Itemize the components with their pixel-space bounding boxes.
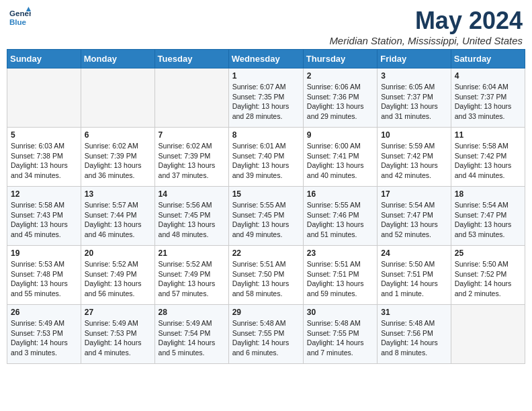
day-number: 22 — [232, 248, 300, 258]
calendar-cell — [7, 68, 81, 128]
calendar-cell: 3Sunrise: 6:05 AMSunset: 7:37 PMDaylight… — [378, 68, 451, 128]
calendar-cell: 19Sunrise: 5:53 AMSunset: 7:48 PMDayligh… — [7, 246, 81, 305]
day-number: 2 — [307, 71, 373, 81]
cell-content: Sunrise: 5:51 AMSunset: 7:51 PMDaylight:… — [307, 259, 373, 299]
day-number: 24 — [381, 248, 447, 258]
day-number: 19 — [11, 248, 77, 258]
header-saturday: Saturday — [451, 50, 525, 68]
week-row-4: 19Sunrise: 5:53 AMSunset: 7:48 PMDayligh… — [7, 246, 525, 305]
calendar-cell: 15Sunrise: 5:55 AMSunset: 7:45 PMDayligh… — [228, 187, 303, 246]
day-number: 12 — [11, 189, 77, 199]
day-number: 13 — [85, 189, 151, 199]
header-row: SundayMondayTuesdayWednesdayThursdayFrid… — [7, 50, 525, 68]
location-title: Meridian Station, Mississippi, United St… — [329, 35, 523, 46]
day-number: 18 — [455, 189, 521, 199]
day-number: 17 — [381, 189, 447, 199]
day-number: 11 — [455, 130, 521, 140]
calendar-cell: 13Sunrise: 5:57 AMSunset: 7:44 PMDayligh… — [81, 187, 154, 246]
calendar-cell: 27Sunrise: 5:49 AMSunset: 7:53 PMDayligh… — [81, 305, 154, 364]
day-number: 31 — [381, 308, 447, 317]
calendar-cell: 6Sunrise: 6:02 AMSunset: 7:39 PMDaylight… — [81, 128, 154, 187]
cell-content: Sunrise: 5:52 AMSunset: 7:49 PMDaylight:… — [85, 259, 151, 299]
title-area: May 2024 Meridian Station, Mississippi, … — [329, 7, 523, 46]
cell-content: Sunrise: 5:50 AMSunset: 7:51 PMDaylight:… — [381, 259, 447, 299]
cell-content: Sunrise: 5:52 AMSunset: 7:49 PMDaylight:… — [159, 259, 225, 299]
cell-content: Sunrise: 5:48 AMSunset: 7:55 PMDaylight:… — [232, 318, 300, 358]
day-number: 1 — [232, 71, 300, 81]
calendar-cell: 11Sunrise: 5:58 AMSunset: 7:42 PMDayligh… — [451, 128, 525, 187]
day-number: 3 — [381, 71, 447, 81]
logo-icon: General Blue — [9, 7, 31, 28]
calendar-cell: 4Sunrise: 6:04 AMSunset: 7:37 PMDaylight… — [451, 68, 525, 128]
cell-content: Sunrise: 5:56 AMSunset: 7:45 PMDaylight:… — [159, 200, 225, 240]
cell-content: Sunrise: 6:01 AMSunset: 7:40 PMDaylight:… — [232, 141, 300, 181]
day-number: 26 — [11, 308, 77, 317]
cell-content: Sunrise: 5:53 AMSunset: 7:48 PMDaylight:… — [11, 259, 77, 299]
day-number: 29 — [232, 308, 300, 317]
day-number: 27 — [85, 308, 151, 317]
cell-content: Sunrise: 6:02 AMSunset: 7:39 PMDaylight:… — [85, 141, 151, 181]
calendar-cell: 12Sunrise: 5:58 AMSunset: 7:43 PMDayligh… — [7, 187, 81, 246]
calendar-cell: 31Sunrise: 5:48 AMSunset: 7:56 PMDayligh… — [378, 305, 451, 364]
week-row-3: 12Sunrise: 5:58 AMSunset: 7:43 PMDayligh… — [7, 187, 525, 246]
day-number: 8 — [232, 130, 300, 140]
calendar-cell — [154, 68, 228, 128]
calendar-cell: 1Sunrise: 6:07 AMSunset: 7:35 PMDaylight… — [228, 68, 303, 128]
header-friday: Friday — [378, 50, 451, 68]
calendar-cell: 16Sunrise: 5:55 AMSunset: 7:46 PMDayligh… — [303, 187, 377, 246]
day-number: 4 — [455, 71, 521, 81]
calendar-cell: 24Sunrise: 5:50 AMSunset: 7:51 PMDayligh… — [378, 246, 451, 305]
header-sunday: Sunday — [7, 50, 81, 68]
calendar-cell: 8Sunrise: 6:01 AMSunset: 7:40 PMDaylight… — [228, 128, 303, 187]
day-number: 30 — [307, 308, 373, 317]
calendar-cell — [451, 305, 525, 364]
cell-content: Sunrise: 5:59 AMSunset: 7:42 PMDaylight:… — [381, 141, 447, 181]
day-number: 7 — [159, 130, 225, 140]
day-number: 9 — [307, 130, 373, 140]
calendar-cell: 17Sunrise: 5:54 AMSunset: 7:47 PMDayligh… — [378, 187, 451, 246]
calendar-cell: 20Sunrise: 5:52 AMSunset: 7:49 PMDayligh… — [81, 246, 154, 305]
day-number: 25 — [455, 248, 521, 258]
calendar-cell: 9Sunrise: 6:00 AMSunset: 7:41 PMDaylight… — [303, 128, 377, 187]
day-number: 15 — [232, 189, 300, 199]
header-monday: Monday — [81, 50, 154, 68]
day-number: 20 — [85, 248, 151, 258]
cell-content: Sunrise: 6:00 AMSunset: 7:41 PMDaylight:… — [307, 141, 373, 181]
week-row-2: 5Sunrise: 6:03 AMSunset: 7:38 PMDaylight… — [7, 128, 525, 187]
cell-content: Sunrise: 5:55 AMSunset: 7:45 PMDaylight:… — [232, 200, 300, 240]
cell-content: Sunrise: 5:54 AMSunset: 7:47 PMDaylight:… — [381, 200, 447, 240]
week-row-5: 26Sunrise: 5:49 AMSunset: 7:53 PMDayligh… — [7, 305, 525, 364]
cell-content: Sunrise: 6:03 AMSunset: 7:38 PMDaylight:… — [11, 141, 77, 181]
cell-content: Sunrise: 5:54 AMSunset: 7:47 PMDaylight:… — [455, 200, 521, 240]
calendar-cell: 23Sunrise: 5:51 AMSunset: 7:51 PMDayligh… — [303, 246, 377, 305]
cell-content: Sunrise: 5:55 AMSunset: 7:46 PMDaylight:… — [307, 200, 373, 240]
header-wednesday: Wednesday — [228, 50, 303, 68]
day-number: 14 — [159, 189, 225, 199]
day-number: 10 — [381, 130, 447, 140]
day-number: 16 — [307, 189, 373, 199]
calendar-cell: 18Sunrise: 5:54 AMSunset: 7:47 PMDayligh… — [451, 187, 525, 246]
page-header: General Blue May 2024 Meridian Station, … — [7, 7, 525, 46]
cell-content: Sunrise: 5:58 AMSunset: 7:42 PMDaylight:… — [455, 141, 521, 181]
cell-content: Sunrise: 5:49 AMSunset: 7:54 PMDaylight:… — [159, 318, 225, 358]
cell-content: Sunrise: 6:04 AMSunset: 7:37 PMDaylight:… — [455, 82, 521, 122]
calendar-cell — [81, 68, 154, 128]
calendar-cell: 25Sunrise: 5:50 AMSunset: 7:52 PMDayligh… — [451, 246, 525, 305]
day-number: 21 — [159, 248, 225, 258]
day-number: 6 — [85, 130, 151, 140]
calendar-cell: 5Sunrise: 6:03 AMSunset: 7:38 PMDaylight… — [7, 128, 81, 187]
calendar-cell: 2Sunrise: 6:06 AMSunset: 7:36 PMDaylight… — [303, 68, 377, 128]
cell-content: Sunrise: 5:51 AMSunset: 7:50 PMDaylight:… — [232, 259, 300, 299]
calendar-cell: 7Sunrise: 6:02 AMSunset: 7:39 PMDaylight… — [154, 128, 228, 187]
cell-content: Sunrise: 5:50 AMSunset: 7:52 PMDaylight:… — [455, 259, 521, 299]
cell-content: Sunrise: 6:02 AMSunset: 7:39 PMDaylight:… — [159, 141, 225, 181]
day-number: 5 — [11, 130, 77, 140]
calendar-cell: 14Sunrise: 5:56 AMSunset: 7:45 PMDayligh… — [154, 187, 228, 246]
header-thursday: Thursday — [303, 50, 377, 68]
week-row-1: 1Sunrise: 6:07 AMSunset: 7:35 PMDaylight… — [7, 68, 525, 128]
calendar-cell: 28Sunrise: 5:49 AMSunset: 7:54 PMDayligh… — [154, 305, 228, 364]
calendar-cell: 10Sunrise: 5:59 AMSunset: 7:42 PMDayligh… — [378, 128, 451, 187]
header-tuesday: Tuesday — [154, 50, 228, 68]
cell-content: Sunrise: 6:06 AMSunset: 7:36 PMDaylight:… — [307, 82, 373, 122]
calendar-cell: 21Sunrise: 5:52 AMSunset: 7:49 PMDayligh… — [154, 246, 228, 305]
